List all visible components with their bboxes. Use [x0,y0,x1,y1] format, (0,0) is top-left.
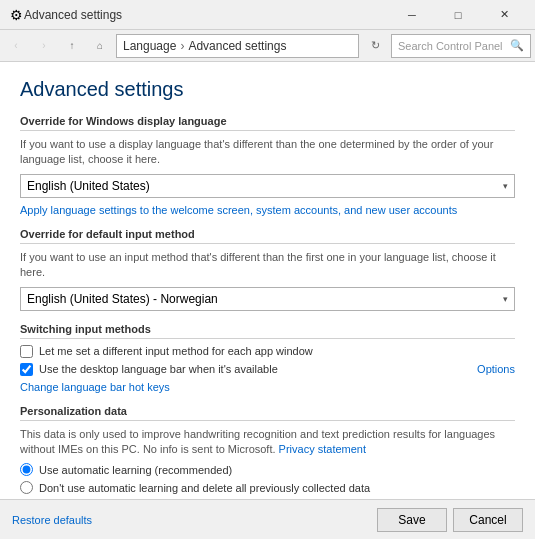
personalization-desc: This data is only used to improve handwr… [20,427,515,458]
no-learning-radio[interactable] [20,481,33,494]
dropdown-arrow-icon-2: ▾ [503,294,508,304]
privacy-link[interactable]: Privacy statement [279,443,366,455]
auto-learning-radio[interactable] [20,463,33,476]
breadcrumb-root: Language [123,39,176,53]
maximize-button[interactable]: □ [435,0,481,30]
personalization-header: Personalization data [20,405,515,421]
input-method-section: Override for default input method If you… [20,228,515,311]
breadcrumb-leaf: Advanced settings [188,39,286,53]
cancel-button[interactable]: Cancel [453,508,523,532]
switching-header: Switching input methods [20,323,515,339]
input-method-value: English (United States) - Norwegian [27,292,218,306]
display-language-section: Override for Windows display language If… [20,115,515,216]
dropdown-arrow-icon: ▾ [503,181,508,191]
search-bar: Search Control Panel 🔍 [391,34,531,58]
display-language-dropdown[interactable]: English (United States) ▾ [20,174,515,198]
window-controls: ─ □ ✕ [389,0,527,30]
page-title: Advanced settings [20,78,515,101]
language-bar-label: Use the desktop language bar when it's a… [39,363,278,375]
back-button[interactable]: ‹ [4,34,28,58]
title-bar: ⚙ Advanced settings ─ □ ✕ [0,0,535,30]
breadcrumb[interactable]: Language › Advanced settings [116,34,359,58]
radio-row-2: Don't use automatic learning and delete … [20,481,515,494]
main-content: Advanced settings Override for Windows d… [0,62,535,499]
display-language-value: English (United States) [27,179,150,193]
display-language-header: Override for Windows display language [20,115,515,131]
home-button[interactable]: ⌂ [88,34,112,58]
refresh-button[interactable]: ↻ [363,34,387,58]
search-placeholder: Search Control Panel [398,40,506,52]
auto-learning-label: Use automatic learning (recommended) [39,464,232,476]
forward-button[interactable]: › [32,34,56,58]
app-icon: ⚙ [8,7,24,23]
switching-section: Switching input methods Let me set a dif… [20,323,515,393]
personalization-section: Personalization data This data is only u… [20,405,515,495]
bottom-bar: Restore defaults Save Cancel [0,499,535,539]
restore-defaults-link[interactable]: Restore defaults [12,514,371,526]
no-learning-label: Don't use automatic learning and delete … [39,482,370,494]
input-method-header: Override for default input method [20,228,515,244]
up-button[interactable]: ↑ [60,34,84,58]
minimize-button[interactable]: ─ [389,0,435,30]
breadcrumb-separator: › [180,39,184,53]
input-method-desc: If you want to use an input method that'… [20,250,515,281]
display-language-desc: If you want to use a display language th… [20,137,515,168]
apply-language-link[interactable]: Apply language settings to the welcome s… [20,204,515,216]
save-button[interactable]: Save [377,508,447,532]
close-button[interactable]: ✕ [481,0,527,30]
search-icon[interactable]: 🔍 [510,39,524,52]
per-app-label: Let me set a different input method for … [39,345,313,357]
input-method-dropdown[interactable]: English (United States) - Norwegian ▾ [20,287,515,311]
radio-row-1: Use automatic learning (recommended) [20,463,515,476]
checkbox-row-1: Let me set a different input method for … [20,345,515,358]
options-link[interactable]: Options [477,363,515,375]
window-title: Advanced settings [24,8,389,22]
per-app-checkbox[interactable] [20,345,33,358]
hotkeys-link[interactable]: Change language bar hot keys [20,381,515,393]
checkbox-row-2: Use the desktop language bar when it's a… [20,363,515,376]
language-bar-checkbox[interactable] [20,363,33,376]
address-bar: ‹ › ↑ ⌂ Language › Advanced settings ↻ S… [0,30,535,62]
